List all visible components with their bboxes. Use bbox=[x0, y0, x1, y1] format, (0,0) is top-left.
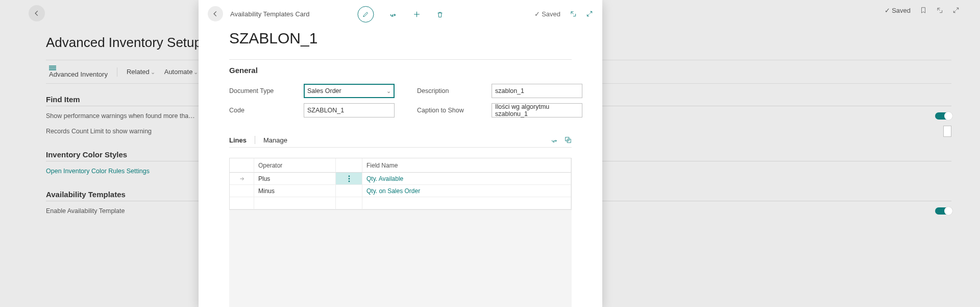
card-body: SZABLON_1 General Document Type Sales Or… bbox=[199, 21, 602, 307]
delete-button[interactable] bbox=[436, 11, 444, 18]
select-value: Sales Order bbox=[307, 87, 341, 95]
lines-share-button[interactable] bbox=[551, 136, 558, 144]
toggle-perf-warnings[interactable] bbox=[935, 112, 951, 120]
description-input[interactable]: szablon_1 bbox=[492, 84, 582, 98]
document-type-select[interactable]: Sales Order ⌄ bbox=[304, 84, 395, 98]
general-form: Document Type Sales Order ⌄ Description … bbox=[229, 84, 572, 117]
toggle-enable-availability[interactable] bbox=[935, 207, 951, 215]
field-label: Document Type bbox=[229, 87, 291, 95]
grid-header-select bbox=[230, 158, 254, 173]
row-menu[interactable] bbox=[336, 197, 362, 209]
lines-popout-button[interactable] bbox=[565, 136, 572, 144]
plus-icon bbox=[412, 10, 421, 18]
bookmark-icon[interactable] bbox=[920, 7, 927, 14]
row-selector[interactable] bbox=[230, 197, 254, 209]
action-related[interactable]: Related⌄ bbox=[127, 68, 155, 76]
list-icon bbox=[49, 65, 56, 70]
bg-topbar-right: Saved bbox=[885, 7, 960, 14]
pencil-icon bbox=[362, 11, 369, 18]
collapse-icon[interactable] bbox=[952, 7, 960, 14]
grid-filler bbox=[229, 210, 572, 307]
card-top-right: Saved bbox=[534, 10, 594, 18]
svg-point-5 bbox=[348, 178, 350, 179]
grid-header-row: Operator Field Name bbox=[230, 158, 571, 173]
card-top-center bbox=[357, 6, 444, 22]
lines-header: Lines Manage bbox=[229, 136, 572, 148]
svg-point-4 bbox=[348, 175, 350, 177]
popout-icon[interactable] bbox=[936, 7, 943, 14]
share-icon bbox=[551, 136, 558, 144]
availability-template-card: Availability Templates Card Saved SZABLO… bbox=[199, 0, 602, 307]
grid-header-menu bbox=[336, 158, 362, 173]
chevron-down-icon: ⌄ bbox=[151, 69, 155, 75]
cell-field[interactable]: Qty. Available bbox=[362, 173, 571, 185]
saved-indicator: Saved bbox=[885, 7, 911, 14]
arrow-left-icon bbox=[33, 10, 40, 17]
edit-button[interactable] bbox=[357, 6, 374, 22]
action-advanced-inventory[interactable]: Advanced Inventory bbox=[49, 65, 108, 78]
separator bbox=[117, 67, 117, 77]
trash-icon bbox=[436, 11, 444, 18]
cell-operator[interactable]: Minus bbox=[254, 185, 336, 197]
field-label: Description bbox=[417, 87, 479, 95]
row-selector[interactable] bbox=[230, 185, 254, 197]
caption-input[interactable]: Ilości wg algorytmu szablonu_1 bbox=[492, 103, 582, 117]
row-menu[interactable] bbox=[336, 173, 362, 185]
popout-icon bbox=[570, 10, 577, 17]
svg-rect-0 bbox=[49, 66, 56, 67]
chevron-down-icon: ⌄ bbox=[386, 88, 391, 95]
new-button[interactable] bbox=[412, 10, 421, 18]
field-label: Code bbox=[229, 107, 291, 114]
code-input[interactable]: SZABLON_1 bbox=[304, 103, 395, 117]
row-menu[interactable] bbox=[336, 185, 362, 197]
lines-grid: Operator Field Name Plus Qty. Available … bbox=[229, 158, 572, 210]
share-icon bbox=[389, 10, 397, 18]
cell-field[interactable]: Qty. on Sales Order bbox=[362, 185, 571, 197]
records-limit-input[interactable] bbox=[943, 126, 951, 137]
chevron-down-icon: ⌄ bbox=[193, 69, 198, 75]
separator bbox=[255, 136, 255, 144]
open-color-rules-link[interactable]: Open Inventory Color Rules Settings bbox=[46, 168, 150, 175]
lines-manage[interactable]: Manage bbox=[263, 136, 287, 144]
back-button[interactable] bbox=[208, 6, 223, 21]
row-selector[interactable] bbox=[230, 173, 254, 185]
field-caption: Caption to Show Ilości wg algorytmu szab… bbox=[417, 103, 582, 117]
share-button[interactable] bbox=[389, 10, 397, 18]
cell-operator[interactable] bbox=[254, 197, 336, 209]
cell-operator[interactable]: Plus bbox=[254, 173, 336, 185]
grid-row-empty[interactable] bbox=[230, 197, 571, 209]
card-topbar: Availability Templates Card Saved bbox=[199, 0, 602, 21]
popout-icon bbox=[565, 136, 572, 144]
cell-field[interactable] bbox=[362, 197, 571, 209]
field-label: Caption to Show bbox=[417, 107, 479, 114]
lines-actions bbox=[551, 136, 572, 144]
svg-rect-1 bbox=[49, 67, 56, 68]
record-title: SZABLON_1 bbox=[229, 30, 572, 47]
grid-header-operator[interactable]: Operator bbox=[254, 158, 336, 173]
svg-point-6 bbox=[348, 180, 350, 182]
input-value: SZABLON_1 bbox=[307, 107, 344, 114]
setting-label: Records Count Limit to show warning bbox=[46, 128, 152, 135]
grid-row[interactable]: Minus Qty. on Sales Order bbox=[230, 185, 571, 197]
field-description: Description szablon_1 bbox=[417, 84, 582, 98]
section-general: General bbox=[229, 59, 572, 77]
action-label: Automate bbox=[164, 68, 193, 76]
more-vertical-icon bbox=[348, 175, 350, 182]
expand-button[interactable] bbox=[586, 10, 593, 17]
arrow-left-icon bbox=[212, 10, 219, 17]
field-document-type: Document Type Sales Order ⌄ bbox=[229, 84, 395, 98]
setting-label: Enable Availability Template bbox=[46, 207, 125, 215]
input-value: szablon_1 bbox=[495, 87, 524, 95]
grid-header-field[interactable]: Field Name bbox=[362, 158, 571, 173]
action-label: Advanced Inventory bbox=[49, 70, 108, 78]
lines-title: Lines bbox=[229, 136, 247, 144]
action-label: Related bbox=[127, 68, 150, 76]
popout-button[interactable] bbox=[570, 10, 577, 17]
setting-label: Show performance warnings when found mor… bbox=[46, 112, 195, 120]
breadcrumb: Availability Templates Card bbox=[230, 10, 310, 18]
grid-row[interactable]: Plus Qty. Available bbox=[230, 173, 571, 185]
input-value: Ilości wg algorytmu szablonu_1 bbox=[495, 103, 579, 117]
field-code: Code SZABLON_1 bbox=[229, 103, 395, 117]
back-button[interactable] bbox=[29, 5, 45, 21]
action-automate[interactable]: Automate⌄ bbox=[164, 68, 199, 76]
